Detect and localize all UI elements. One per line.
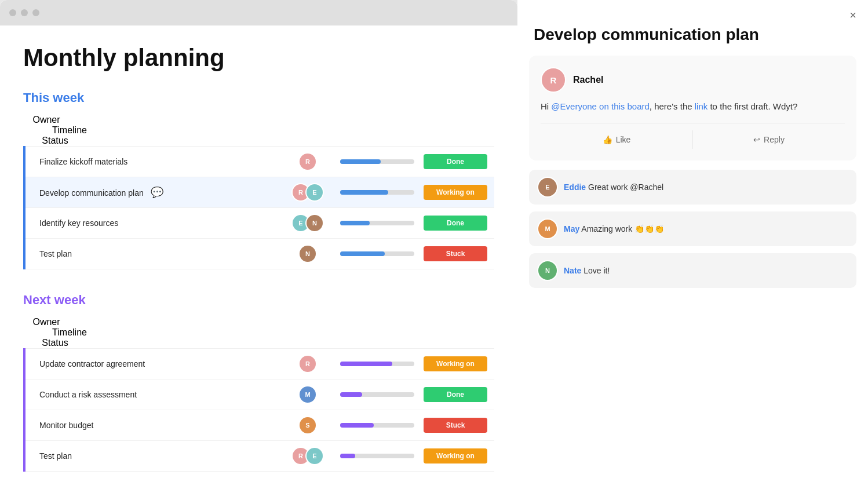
col-status-header: Status xyxy=(23,338,87,348)
col-timeline-header: Timeline xyxy=(23,125,116,136)
reply-author: May xyxy=(564,224,579,233)
chat-icon: 💬 xyxy=(151,187,163,198)
task-status: Stuck xyxy=(424,246,487,261)
task-owner: R E xyxy=(285,447,331,465)
task-owner: S xyxy=(285,416,331,435)
table-row[interactable]: Develop communication plan 💬 R E xyxy=(25,177,494,208)
this-week-section: This week Owner Timeline Status Finalize… xyxy=(23,90,494,269)
task-owner: R xyxy=(285,152,331,171)
task-name: Conduct a risk assessment xyxy=(32,390,285,399)
task-status: Working on xyxy=(424,448,487,463)
avatar: E xyxy=(537,177,558,198)
task-timeline xyxy=(331,159,424,164)
panel-title: Develop communication plan xyxy=(517,25,868,56)
col-owner-header: Owner xyxy=(23,115,70,125)
comment-text-end: to the first draft. Wdyt? xyxy=(707,101,797,111)
table-row[interactable]: Monitor budget S Stuck xyxy=(25,410,494,441)
next-week-section: Next week Owner Timeline Status Update c… xyxy=(23,293,494,472)
reply-content: Amazing work 👏👏👏 xyxy=(581,224,664,233)
avatar: N xyxy=(298,244,317,263)
col-timeline-header: Timeline xyxy=(23,327,116,338)
comment-card: R Rachel Hi @Everyone on this board, her… xyxy=(529,56,856,160)
task-name: Update contractor agreement xyxy=(32,359,285,368)
table-row[interactable]: Identify key resources E N Done xyxy=(25,208,494,239)
task-status: Done xyxy=(424,216,487,231)
task-timeline xyxy=(331,392,424,397)
list-item: E Eddie Great work @Rachel xyxy=(529,170,856,205)
this-week-col-headers: Owner Timeline Status xyxy=(23,115,494,146)
status-badge: Done xyxy=(424,387,487,402)
task-status: Done xyxy=(424,154,487,169)
avatar: N xyxy=(305,214,324,232)
task-timeline xyxy=(331,221,424,225)
list-item: N Nate Love it! xyxy=(529,253,856,288)
task-status: Working on xyxy=(424,185,487,200)
reply-button[interactable]: ↩ Reply xyxy=(693,130,845,149)
panel-header: × xyxy=(517,0,868,25)
task-owner: R E xyxy=(285,183,331,202)
status-badge: Done xyxy=(424,216,487,231)
replies-section: E Eddie Great work @Rachel M May Amazing… xyxy=(517,160,868,297)
task-name: Develop communication plan 💬 xyxy=(32,186,285,199)
task-timeline xyxy=(331,251,424,256)
status-badge: Working on xyxy=(424,356,487,371)
task-owner: R xyxy=(285,355,331,373)
avatar: N xyxy=(537,260,558,281)
right-panel: × Develop communication plan R Rachel Hi… xyxy=(517,0,868,500)
page-title: Monthly planning xyxy=(23,44,494,72)
window-dot-3 xyxy=(32,9,39,16)
task-timeline xyxy=(331,454,424,458)
table-row[interactable]: Test plan R E Working on xyxy=(25,441,494,472)
this-week-tasks: Finalize kickoff materials R Done xyxy=(23,146,494,269)
reply-author: Nate xyxy=(564,266,581,275)
col-status-header: Status xyxy=(23,136,87,146)
avatar: M xyxy=(298,385,317,404)
like-label: Like xyxy=(616,135,631,144)
table-row[interactable]: Finalize kickoff materials R Done xyxy=(25,146,494,177)
task-owner: N xyxy=(285,244,331,263)
status-badge: Working on xyxy=(424,448,487,463)
comment-actions: 👍 Like ↩ Reply xyxy=(541,123,845,149)
avatar: S xyxy=(298,416,317,435)
avatar: R xyxy=(298,152,317,171)
task-timeline xyxy=(331,423,424,428)
task-name: Identify key resources xyxy=(32,218,285,228)
table-row[interactable]: Test plan N Stuck xyxy=(25,239,494,269)
task-owner: M xyxy=(285,385,331,404)
comment-text-mid: , here's the xyxy=(650,101,695,111)
reply-author: Eddie xyxy=(564,183,586,192)
comment-link[interactable]: link xyxy=(695,101,708,111)
reply-content: Love it! xyxy=(583,266,610,275)
comment-author-name: Rachel xyxy=(573,75,603,85)
avatar: R xyxy=(298,355,317,373)
avatar: E xyxy=(305,183,324,202)
task-status: Working on xyxy=(424,356,487,371)
task-status: Done xyxy=(424,387,487,402)
col-owner-header: Owner xyxy=(23,317,70,327)
reply-label: Reply xyxy=(764,135,785,144)
next-week-col-headers: Owner Timeline Status xyxy=(23,317,494,348)
left-content: Monthly planning This week Owner Timelin… xyxy=(0,25,517,500)
comment-body: Hi @Everyone on this board, here's the l… xyxy=(541,100,845,114)
window-dot-2 xyxy=(21,9,28,16)
comment-author-row: R Rachel xyxy=(541,67,845,93)
comment-text-before: Hi xyxy=(541,101,551,111)
comment-mention: @Everyone on this board xyxy=(551,101,650,111)
task-name: Finalize kickoff materials xyxy=(32,157,285,166)
window-chrome xyxy=(0,0,517,25)
close-button[interactable]: × xyxy=(849,9,856,21)
this-week-title: This week xyxy=(23,90,494,105)
next-week-tasks: Update contractor agreement R Working on xyxy=(23,348,494,472)
reply-text: May Amazing work 👏👏👏 xyxy=(564,224,664,233)
task-status: Stuck xyxy=(424,418,487,433)
reply-content: Great work @Rachel xyxy=(588,183,663,192)
table-row[interactable]: Conduct a risk assessment M Done xyxy=(25,379,494,410)
table-row[interactable]: Update contractor agreement R Working on xyxy=(25,348,494,379)
like-button[interactable]: 👍 Like xyxy=(541,130,693,149)
next-week-title: Next week xyxy=(23,293,494,308)
task-owner: E N xyxy=(285,214,331,232)
list-item: M May Amazing work 👏👏👏 xyxy=(529,211,856,246)
like-icon: 👍 xyxy=(603,135,612,144)
status-badge: Stuck xyxy=(424,246,487,261)
avatar: R xyxy=(541,67,566,93)
